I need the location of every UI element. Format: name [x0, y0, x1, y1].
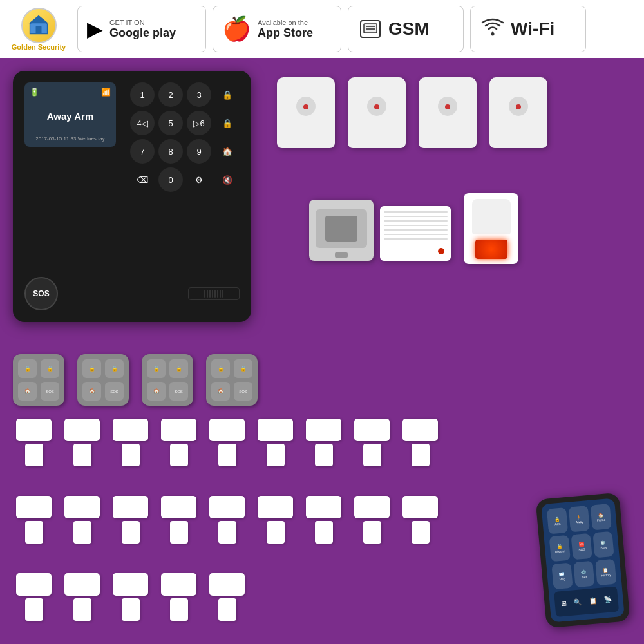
door-sensor-17 — [354, 496, 390, 544]
brand-name: Golden Security — [12, 43, 66, 51]
app-store-sub: Available on the — [258, 19, 313, 26]
remote-btn-arm[interactable]: 🔒 — [18, 359, 37, 378]
phone-bottom-bar: ⊞ 🔍 📋 📡 — [554, 587, 619, 617]
door-sensor-16 — [306, 496, 341, 544]
door-sensor-11 — [64, 496, 100, 544]
app-btn-away[interactable]: 🚶Away — [569, 506, 590, 532]
key-5[interactable]: 5 — [158, 111, 183, 135]
battery-icon: 🔋 — [30, 88, 39, 97]
remote-btn-lock3[interactable]: 🔒 — [169, 359, 188, 378]
app-btn-settings[interactable]: ⚙️Set — [573, 561, 594, 587]
house-icon — [27, 14, 50, 37]
wifi-label: Wi-Fi — [511, 19, 554, 39]
app-btn-home[interactable]: 🏠Home — [591, 504, 612, 530]
key-del[interactable]: ⌫ — [130, 167, 155, 192]
app-btn-stay[interactable]: 🛡️Stay — [592, 531, 614, 558]
app-btn-msg[interactable]: ✉️Msg — [551, 563, 573, 589]
apple-icon: 🍎 — [222, 15, 251, 43]
key-9[interactable]: 9 — [187, 139, 211, 164]
remote-btn-sos4[interactable]: SOS — [234, 382, 252, 401]
panel-screen: 🔋 📶 Away Arm 2017-03-15 11:33 Wednesday — [24, 82, 116, 147]
app-btn-arm[interactable]: 🔒Arm — [547, 507, 568, 534]
google-play-icon: ▶ — [87, 17, 103, 41]
remote-btn-home2[interactable]: 🏠 — [82, 382, 101, 401]
remote-3[interactable]: 🔒 🔒 🏠 SOS — [142, 354, 193, 406]
google-play-badge[interactable]: ▶ GET IT ON Google play — [77, 6, 206, 52]
remote-btn-sos2[interactable]: SOS — [105, 382, 124, 401]
main-content: 🔋 📶 Away Arm 2017-03-15 11:33 Wednesday … — [0, 58, 644, 644]
remote-btn-home[interactable]: 🏠 — [18, 382, 37, 401]
brand-logo: Golden Security — [6, 8, 71, 51]
key-6[interactable]: ▷6 — [187, 111, 211, 135]
remote-btn-lock4[interactable]: 🔒 — [234, 359, 252, 378]
door-sensor-21 — [113, 573, 148, 621]
flash-siren — [464, 193, 518, 264]
solar-dot — [438, 248, 444, 254]
remote-btn-arm4[interactable]: 🔒 — [211, 359, 230, 378]
door-sensor-13 — [161, 496, 196, 544]
key-mute[interactable]: 🔇 — [215, 167, 240, 192]
door-sensor-5 — [209, 419, 245, 466]
app-store-text: Available on the App Store — [258, 19, 313, 40]
key-7[interactable]: 7 — [130, 139, 155, 164]
gsm-label: GSM — [388, 19, 430, 39]
svg-marker-2 — [29, 15, 49, 24]
door-sensor-15 — [258, 496, 293, 544]
screen-mode-text: Away Arm — [30, 111, 111, 122]
screen-date-text: 2017-03-15 11:33 Wednesday — [30, 136, 111, 142]
remote-btn-arm3[interactable]: 🔒 — [147, 359, 166, 378]
pir-sensor-3 — [419, 77, 477, 148]
google-play-text: GET IT ON Google play — [109, 19, 176, 40]
key-home[interactable]: 🏠 — [215, 139, 240, 164]
door-sensor-3 — [113, 419, 148, 466]
header-bar: Golden Security ▶ GET IT ON Google play … — [0, 0, 644, 58]
door-sensor-14 — [209, 496, 245, 544]
alarm-panel[interactable]: 🔋 📶 Away Arm 2017-03-15 11:33 Wednesday … — [13, 71, 251, 322]
remote-btn-sos[interactable]: SOS — [41, 382, 59, 401]
key-lock2[interactable]: 🔒 — [215, 111, 240, 135]
speaker — [188, 287, 240, 300]
siren-horn — [309, 200, 374, 261]
key-4[interactable]: 4◁ — [130, 111, 155, 135]
keypad[interactable]: 1 2 3 🔒 4◁ 5 ▷6 🔒 7 8 9 🏠 ⌫ 0 ⚙ 🔇 — [130, 82, 240, 192]
app-store-main: App Store — [258, 26, 313, 40]
google-play-sub: GET IT ON — [109, 19, 176, 26]
door-sensor-9 — [402, 419, 438, 466]
door-sensor-1 — [16, 419, 52, 466]
key-0[interactable]: 0 — [158, 167, 183, 192]
door-sensor-19 — [16, 573, 52, 621]
app-btn-sos[interactable]: 🆘SOS — [571, 533, 592, 560]
door-sensor-12 — [113, 496, 148, 544]
remote-1[interactable]: 🔒 🔒 🏠 SOS — [13, 354, 64, 406]
key-settings[interactable]: ⚙ — [187, 167, 211, 192]
remote-4[interactable]: 🔒 🔒 🏠 SOS — [206, 354, 258, 406]
key-lock1[interactable]: 🔒 — [215, 82, 240, 107]
door-sensor-2 — [64, 419, 100, 466]
app-store-badge[interactable]: 🍎 Available on the App Store — [213, 6, 341, 52]
key-2[interactable]: 2 — [158, 82, 183, 107]
remote-btn-lock[interactable]: 🔒 — [41, 359, 59, 378]
pir-sensor-1 — [277, 77, 335, 148]
solar-battery-box — [380, 206, 451, 261]
app-btn-history[interactable]: 📋History — [595, 559, 616, 585]
app-btn-disarm[interactable]: 🔓Disarm — [549, 535, 571, 562]
gsm-badge: GSM — [348, 6, 464, 52]
svg-rect-6 — [366, 28, 375, 30]
key-3[interactable]: 3 — [187, 82, 211, 107]
door-sensor-10 — [16, 496, 52, 544]
door-sensor-6 — [258, 419, 293, 466]
remote-btn-home4[interactable]: 🏠 — [211, 382, 230, 401]
door-sensor-20 — [64, 573, 100, 621]
wifi-signal-icon: 📶 — [101, 88, 111, 97]
key-1[interactable]: 1 — [130, 82, 155, 107]
svg-point-7 — [491, 33, 495, 36]
remote-btn-home3[interactable]: 🏠 — [147, 382, 166, 401]
sos-button[interactable]: SOS — [24, 277, 58, 310]
remote-btn-arm2[interactable]: 🔒 — [82, 359, 101, 378]
key-8[interactable]: 8 — [158, 139, 183, 164]
pir-sensor-4 — [489, 77, 547, 148]
phone-mockup: 🔒Arm 🚶Away 🏠Home 🔓Disarm 🆘SOS 🛡️Stay ✉️M… — [536, 493, 630, 629]
remote-btn-lock2[interactable]: 🔒 — [105, 359, 124, 378]
remote-btn-sos3[interactable]: SOS — [169, 382, 188, 401]
remote-2[interactable]: 🔒 🔒 🏠 SOS — [77, 354, 129, 406]
